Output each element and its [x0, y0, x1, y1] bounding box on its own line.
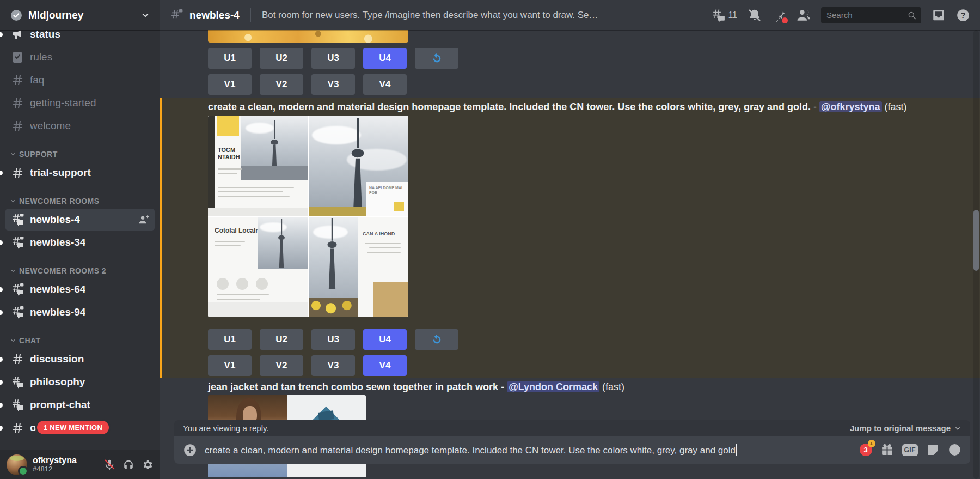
sidebar-item-trial-support[interactable]: trial-support [5, 162, 155, 184]
u3-button[interactable]: U3 [311, 329, 355, 350]
mic-muted-icon[interactable] [103, 459, 115, 471]
v2-button[interactable]: V2 [260, 355, 303, 376]
generated-image-grid[interactable]: TOCM NTAIDH NA AEI DOME MAI POE [208, 116, 408, 317]
hash-chat-lock-icon [11, 306, 24, 319]
channel-label: newbies-64 [30, 283, 85, 295]
viewing-reply-text: You are viewing a reply. [183, 423, 269, 433]
v3-button[interactable]: V3 [311, 74, 355, 95]
hash-icon [11, 74, 24, 87]
reroll-button[interactable] [415, 48, 458, 69]
sidebar-item-newbies-34[interactable]: newbies-34 [5, 232, 155, 253]
plus-mini-icon: + [868, 440, 875, 447]
server-name: Midjourney [28, 9, 83, 21]
unread-dot [0, 287, 3, 292]
v3-button[interactable]: V3 [311, 355, 355, 376]
sidebar-item-newbies-64[interactable]: newbies-64 [5, 278, 155, 300]
online-status-dot [18, 466, 28, 476]
hash-chat-lock-icon [170, 9, 183, 22]
category-newcomer-rooms[interactable]: NEWCOMER ROOMS [5, 195, 155, 208]
hash-chat-lock-icon [11, 283, 24, 296]
discord-app: Midjourney status rules faq getting-star… [0, 0, 980, 479]
mention-ofkrystyna[interactable]: @ofkrystyna [819, 101, 882, 112]
user-avatar[interactable] [7, 454, 27, 475]
u2-button[interactable]: U2 [260, 329, 303, 350]
mention-lyndon-cormack[interactable]: @Lyndon Cormack [507, 381, 599, 392]
chevron-down-icon [10, 268, 16, 274]
misspelled-word: and [700, 445, 715, 456]
channel-sidebar: Midjourney status rules faq getting-star… [0, 0, 160, 479]
u4-button[interactable]: U4 [363, 48, 407, 69]
user-info[interactable]: ofkrystyna #4812 [33, 456, 77, 474]
settings-gear-icon[interactable] [142, 459, 154, 471]
search-box[interactable] [821, 7, 921, 23]
u1-button[interactable]: U1 [208, 48, 252, 69]
plus-circle-icon [183, 443, 197, 457]
sidebar-item-discussion[interactable]: discussion [5, 348, 155, 370]
v4-button[interactable]: V4 [363, 74, 407, 95]
sidebar-item-faq[interactable]: faq [5, 69, 155, 91]
category-chat[interactable]: CHAT [5, 334, 155, 347]
sidebar-item-newbies-94[interactable]: newbies-94 [5, 301, 155, 323]
v4-button[interactable]: V4 [363, 355, 407, 376]
attach-button[interactable] [183, 443, 197, 457]
template-heading: CAN A IHOND [363, 231, 401, 237]
sidebar-item-newbies-4[interactable]: newbies-4 [5, 209, 155, 231]
unread-dot [0, 403, 3, 408]
channel-label: philosophy [30, 376, 85, 388]
misspelled-word: and [302, 445, 317, 456]
reaction-count-badge[interactable]: 3+ [860, 444, 872, 456]
category-support[interactable]: SUPPORT [5, 148, 155, 161]
headphones-icon[interactable] [122, 459, 134, 471]
sidebar-item-philosophy[interactable]: philosophy [5, 371, 155, 393]
emoji-icon[interactable] [948, 443, 961, 457]
channel-header: newbies-4 Bot room for new users. Type /… [160, 0, 980, 30]
sticker-icon[interactable] [926, 443, 940, 457]
unread-dot [0, 171, 3, 175]
chevron-down-icon [140, 10, 150, 20]
misspelled-word: Included [472, 445, 507, 456]
jump-label: Jump to original message [850, 423, 951, 433]
u2-button[interactable]: U2 [260, 48, 303, 69]
prompt: jean jacket and tan trench combo sewn to… [208, 381, 498, 392]
message-area: U1 U2 U3 U4 V1 V2 V3 V4 create a clean, … [160, 30, 980, 479]
help-icon[interactable]: ? [956, 8, 970, 22]
search-input[interactable] [825, 10, 907, 20]
pinned-messages-button[interactable] [772, 8, 786, 22]
unread-dot [0, 240, 3, 245]
badge-count: 3 [863, 446, 867, 454]
message-input[interactable]: create a clean, modern and material desi… [205, 444, 852, 456]
sidebar-item-off-topic[interactable]: off- 1 NEW MENTION [5, 417, 155, 439]
previous-grid-image[interactable] [208, 30, 408, 43]
jump-to-original-button[interactable]: Jump to original message [850, 423, 961, 433]
notifications-muted-icon[interactable] [748, 8, 762, 22]
scrollbar-thumb[interactable] [973, 210, 979, 271]
gift-icon[interactable] [880, 443, 894, 457]
hash-chat-icon [11, 398, 24, 411]
sidebar-item-welcome[interactable]: welcome [5, 115, 155, 137]
category-newcomer-rooms-2[interactable]: NEWCOMER ROOMS 2 [5, 264, 155, 277]
u3-button[interactable]: U3 [311, 48, 355, 69]
category-label: SUPPORT [19, 150, 58, 159]
v2-button[interactable]: V2 [260, 74, 303, 95]
channel-topic[interactable]: Bot room for new users. Type /imagine th… [262, 10, 599, 21]
channel-label: newbies-4 [30, 214, 80, 226]
threads-button[interactable]: 11 [711, 8, 737, 22]
v1-button[interactable]: V1 [208, 74, 252, 95]
mentioned-message: create a clean, modern and material desi… [160, 98, 980, 378]
sidebar-item-prompt-chat[interactable]: prompt-chat [5, 394, 155, 416]
new-mention-badge[interactable]: 1 NEW MENTION [37, 421, 109, 434]
u1-button[interactable]: U1 [208, 329, 252, 350]
server-header[interactable]: Midjourney [0, 0, 160, 30]
sidebar-item-rules[interactable]: rules [5, 46, 155, 68]
v1-button[interactable]: V1 [208, 355, 252, 376]
chevron-down-icon [10, 198, 16, 204]
inbox-icon[interactable] [932, 8, 946, 22]
create-invite-icon[interactable] [138, 214, 149, 225]
member-list-icon[interactable] [797, 8, 811, 22]
username: ofkrystyna [33, 456, 77, 465]
gif-picker-button[interactable]: GIF [902, 444, 918, 456]
sidebar-item-getting-started[interactable]: getting-started [5, 92, 155, 114]
u4-button[interactable]: U4 [363, 329, 407, 350]
reroll-button[interactable] [415, 329, 458, 350]
grid-image-2: NA AEI DOME MAI POE [309, 116, 408, 216]
